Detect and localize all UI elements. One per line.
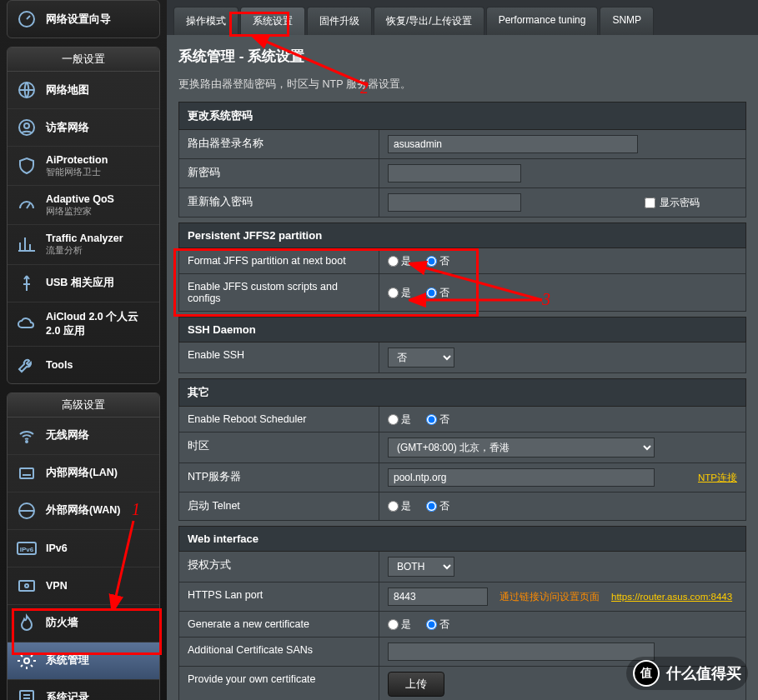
input-ntp-server[interactable] xyxy=(388,468,655,487)
sidebar-item-network-map[interactable]: 网络地图 xyxy=(8,72,159,109)
sidebar-item-tools[interactable]: Tools xyxy=(8,347,159,383)
select-auth-method[interactable]: BOTH xyxy=(388,557,454,577)
link-ntp[interactable]: NTP连接 xyxy=(698,472,737,484)
sidebar-item-usb[interactable]: USB 相关应用 xyxy=(8,265,159,302)
sidebar-item-lan[interactable]: 内部网络(LAN) xyxy=(8,455,159,492)
select-enable-ssh[interactable]: 否 xyxy=(388,348,454,368)
label-login-name: 路由器登录名称 xyxy=(179,130,379,158)
sidebar-item-wizard[interactable]: 网络设置向导 xyxy=(8,1,159,38)
radio-gencert-yes[interactable] xyxy=(388,619,399,630)
wifi-icon xyxy=(16,425,38,447)
svg-rect-9 xyxy=(19,581,34,591)
tab-backup-restore[interactable]: 恢复/导出/上传设置 xyxy=(374,7,484,35)
log-icon xyxy=(16,688,38,700)
label-new-password: 新密码 xyxy=(179,159,379,188)
label-jffs-scripts: Enable JFFS custom scripts and configs xyxy=(179,274,379,311)
chart-icon xyxy=(16,233,38,255)
sidebar-item-traffic[interactable]: Traffic Analyzer流量分析 xyxy=(8,225,159,264)
label-ntp: NTP服务器 xyxy=(179,463,379,492)
input-cert-sans[interactable] xyxy=(388,642,655,661)
ipv6-icon: IPv6 xyxy=(16,538,38,559)
radio-jffs-scripts-no[interactable] xyxy=(426,288,437,298)
svg-point-3 xyxy=(24,123,29,128)
section-head-jffs: Persistent JFFS2 partition xyxy=(178,222,746,248)
radio-jffs-format-no[interactable] xyxy=(426,256,437,267)
sidebar-item-wireless[interactable]: 无线网络 xyxy=(8,418,159,455)
sidebar-item-guest[interactable]: 访客网络 xyxy=(8,109,159,147)
sidebar-item-aiprotection[interactable]: AiProtection智能网络卫士 xyxy=(8,147,159,186)
section-head-web: Web interface xyxy=(178,526,746,552)
wrench-icon xyxy=(16,354,38,376)
label-reboot-scheduler: Enable Reboot Scheduler xyxy=(179,407,379,432)
gear-icon xyxy=(16,650,38,672)
radio-gencert-no[interactable] xyxy=(426,619,437,630)
gauge-icon xyxy=(16,8,38,30)
tab-firmware[interactable]: 固件升级 xyxy=(307,7,372,35)
radio-jffs-scripts-yes[interactable] xyxy=(388,288,399,298)
tab-performance[interactable]: Performance tuning xyxy=(486,7,599,35)
page-title: 系统管理 - 系统设置 xyxy=(178,47,746,66)
svg-point-11 xyxy=(24,658,29,663)
label-jffs-format: Format JFFS partition at next boot xyxy=(179,248,379,273)
fire-icon xyxy=(16,612,38,634)
wan-icon xyxy=(16,500,38,522)
input-retype-password[interactable] xyxy=(388,193,521,212)
sidebar-item-qos[interactable]: Adaptive QoS网络监控家 xyxy=(8,186,159,225)
sidebar-item-ipv6[interactable]: IPv6 IPv6 xyxy=(8,530,159,568)
section-head-password: 更改系统密码 xyxy=(178,102,746,130)
sidebar-advanced-title: 高级设置 xyxy=(8,393,159,418)
label-auth-method: 授权方式 xyxy=(179,552,379,582)
section-head-ssh: SSH Daemon xyxy=(178,317,746,342)
usb-icon xyxy=(16,272,38,294)
sidebar-general-title: 一般设置 xyxy=(8,48,159,72)
label-own-cert: Provide your own certificate xyxy=(179,667,379,700)
sidebar-item-firewall[interactable]: 防火墙 xyxy=(8,605,159,642)
input-login-name[interactable] xyxy=(388,135,638,153)
radio-telnet-yes[interactable] xyxy=(388,501,399,512)
https-note: 通过链接访问设置页面 xyxy=(499,591,600,603)
label-cert-sans: Additional Certificate SANs xyxy=(179,638,379,666)
watermark-icon: 值 xyxy=(633,660,660,687)
sidebar-item-vpn[interactable]: VPN xyxy=(8,568,159,605)
link-https-url[interactable]: https://router.asus.com:8443 xyxy=(611,592,732,602)
vpn-icon xyxy=(16,575,38,597)
label-retype-password: 重新输入密码 xyxy=(179,188,379,217)
input-new-password[interactable] xyxy=(388,164,521,182)
sidebar-item-wan[interactable]: 外部网络(WAN) xyxy=(8,492,159,530)
svg-point-10 xyxy=(25,584,28,588)
input-https-port[interactable] xyxy=(388,588,488,606)
sidebar-item-syslog[interactable]: 系统记录 xyxy=(8,680,159,700)
shield-icon xyxy=(16,155,38,177)
sidebar-item-label: 网络设置向导 xyxy=(46,12,111,27)
tab-system-settings[interactable]: 系统设置 xyxy=(240,7,305,35)
watermark-text: 什么值得买 xyxy=(666,663,741,683)
watermark: 值 什么值得买 xyxy=(626,657,748,690)
svg-rect-5 xyxy=(20,468,33,478)
label-https-port: HTTPS Lan port xyxy=(179,582,379,611)
label-timezone: 时区 xyxy=(179,432,379,462)
sidebar-item-aicloud[interactable]: AiCloud 2.0 个人云 2.0 应用 xyxy=(8,302,159,347)
radio-telnet-no[interactable] xyxy=(426,501,437,512)
globe-users-icon xyxy=(16,117,38,138)
main-panel: 操作模式 系统设置 固件升级 恢复/导出/上传设置 Performance tu… xyxy=(167,0,758,700)
svg-text:IPv6: IPv6 xyxy=(20,546,34,553)
upload-button[interactable]: 上传 xyxy=(388,672,444,697)
label-enable-ssh: Enable SSH xyxy=(179,342,379,372)
select-timezone[interactable]: (GMT+08:00) 北京，香港 xyxy=(388,438,655,458)
tab-operation-mode[interactable]: 操作模式 xyxy=(173,7,238,35)
globe-icon xyxy=(16,79,38,101)
lan-icon xyxy=(16,462,38,484)
radio-reboot-yes[interactable] xyxy=(388,414,399,425)
speedometer-icon xyxy=(16,194,38,216)
radio-jffs-format-yes[interactable] xyxy=(388,256,399,267)
sidebar: 网络设置向导 一般设置 网络地图 访客网络 AiProtection智能网络卫士… xyxy=(0,0,167,700)
svg-point-4 xyxy=(26,441,28,442)
label-telnet: 启动 Telnet xyxy=(179,492,379,520)
tab-snmp[interactable]: SNMP xyxy=(600,7,654,35)
page-description: 更换路由器登陆密码，时区与 NTP 服务器设置。 xyxy=(178,78,746,92)
tab-bar: 操作模式 系统设置 固件升级 恢复/导出/上传设置 Performance tu… xyxy=(167,0,758,35)
sidebar-item-administration[interactable]: 系统管理 xyxy=(8,642,159,680)
checkbox-show-password[interactable] xyxy=(645,198,655,208)
radio-reboot-no[interactable] xyxy=(426,414,437,425)
cloud-icon xyxy=(16,313,38,335)
